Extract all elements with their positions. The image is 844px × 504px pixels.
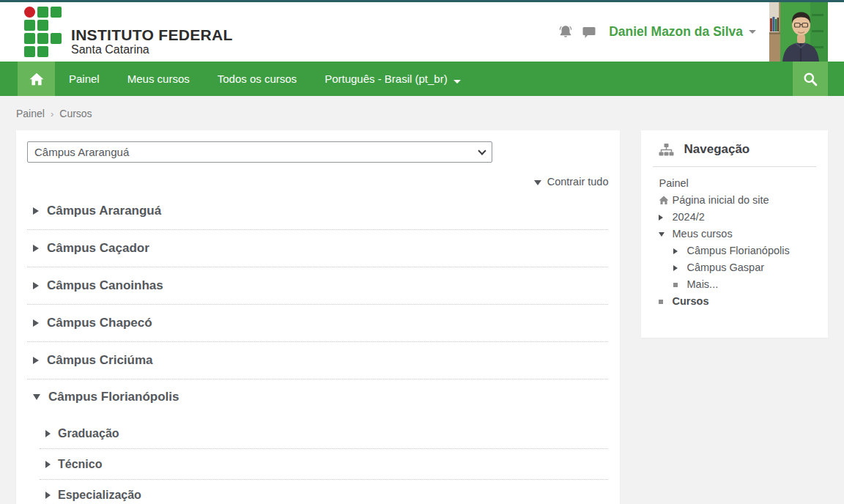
triangle-right-icon [33,319,39,327]
brand-subtitle: Santa Catarina [71,43,233,56]
subcategory-title: Graduação [58,427,119,440]
navigation-tree: PainelPágina inicial do site2024/2Meus c… [641,175,828,310]
category-campus-canoinhas[interactable]: Câmpus Canoinhas [27,267,608,305]
triangle-right-icon [33,207,39,215]
square-bullet-icon [659,300,672,304]
category-select[interactable]: Câmpus Araranguá [27,141,492,163]
tree-item-label: Meus cursos [672,226,732,242]
category-campus-chapeco[interactable]: Câmpus Chapecó [27,305,608,342]
brand-name: INSTITUTO FEDERAL [71,27,233,43]
subcategory-title: Técnico [58,458,102,471]
tree-item-painel[interactable]: Painel [659,175,821,192]
category-title: Câmpus Criciúma [47,353,153,368]
category-title: Câmpus Caçador [47,241,149,256]
sitemap-icon [659,144,674,156]
triangle-right-icon [45,492,51,499]
tree-item-label: Painel [659,175,688,192]
breadcrumb: Painel›Cursos [16,108,828,119]
caret-down-icon[interactable] [749,30,756,34]
courses-panel: Câmpus Araranguá Contrair tudo Câmpus Ar… [16,130,620,504]
triangle-right-icon [673,248,686,254]
subcategory-especializacao[interactable]: Especialização [40,480,608,504]
category-title: Câmpus Chapecó [47,316,152,330]
avatar[interactable] [769,2,828,62]
navigation-title: Navegação [684,142,749,157]
triangle-right-icon [33,357,39,364]
nav-item-todos-os-cursos[interactable]: Todos os cursos [204,62,311,96]
triangle-right-icon [45,430,51,437]
subcategory-list: GraduaçãoTécnicoEspecialização [40,418,608,504]
category-campus-florianopolis[interactable]: Câmpus Florianópolis [27,379,608,415]
tree-item-label: Página inicial do site [672,192,769,209]
caret-down-icon [454,80,461,84]
category-campus-ararangua[interactable]: Câmpus Araranguá [27,193,608,230]
tree-item-label: Câmpus Florianópolis [686,242,789,259]
triangle-right-icon [673,265,686,271]
ifsc-logo-icon [24,7,62,57]
user-menu[interactable]: Daniel Mazon da Silva [609,24,743,40]
search-button[interactable] [793,62,828,96]
subcategory-graduacao[interactable]: Graduação [40,418,608,449]
logo-dot [24,7,35,18]
bell-icon[interactable] [558,24,574,40]
collapse-all-row: Contrair tudo [27,176,608,188]
nav-item-painel[interactable]: Painel [55,62,114,96]
home-icon [29,73,44,86]
category-title: Câmpus Florianópolis [48,390,179,404]
messages-icon[interactable] [581,24,597,40]
tree-item-cursos[interactable]: Cursos [659,293,821,310]
brand-text: INSTITUTO FEDERAL Santa Catarina [71,27,233,56]
triangle-down-icon [33,394,40,400]
breadcrumb-item-cursos: Cursos [59,108,92,119]
tree-item-campus-gaspar[interactable]: Câmpus Gaspar [659,259,821,276]
site-header: INSTITUTO FEDERAL Santa Catarina Daniel … [0,2,844,62]
tree-item-label: Mais... [686,276,718,293]
home-button[interactable] [18,62,55,96]
home-icon [659,196,672,205]
triangle-right-icon [45,461,51,468]
category-list: Câmpus AraranguáCâmpus CaçadorCâmpus Can… [27,193,608,504]
triangle-right-icon [33,282,39,289]
category-campus-criciuma[interactable]: Câmpus Criciúma [27,342,608,379]
navigation-block: Navegação PainelPágina inicial do site20… [641,130,828,338]
divider [653,166,816,167]
navbar-menu: PainelMeus cursosTodos os cursosPortuguê… [55,62,475,96]
tree-item-2024-2[interactable]: 2024/2 [659,209,821,226]
subcategory-title: Especialização [58,489,141,502]
triangle-right-icon [659,215,672,220]
brand-logo[interactable]: INSTITUTO FEDERAL Santa Catarina [24,7,233,57]
collapse-all-label: Contrair tudo [547,176,609,188]
main-navbar: PainelMeus cursosTodos os cursosPortuguê… [0,62,844,96]
tree-item-campus-florianopolis[interactable]: Câmpus Florianópolis [659,242,821,259]
category-title: Câmpus Canoinhas [47,278,163,293]
category-title: Câmpus Araranguá [47,204,161,218]
user-area: Daniel Mazon da Silva [558,2,844,62]
category-select-wrap: Câmpus Araranguá [27,141,492,163]
tree-item-mais[interactable]: Mais... [659,276,821,293]
category-campus-cacador[interactable]: Câmpus Caçador [27,230,608,267]
nav-item-meus-cursos[interactable]: Meus cursos [114,62,204,96]
search-icon [802,71,818,87]
tree-item-meus-cursos[interactable]: Meus cursos [659,226,821,242]
tree-item-pagina-inicial-do-site[interactable]: Página inicial do site [659,192,821,209]
tree-item-label: 2024/2 [672,209,704,226]
triangle-right-icon [33,245,39,252]
subcategory-tecnico[interactable]: Técnico [40,449,608,480]
collapse-all-link[interactable]: Contrair tudo [534,176,609,188]
breadcrumb-separator: › [45,108,59,119]
breadcrumb-item-painel[interactable]: Painel [16,108,45,119]
triangle-down-icon [659,232,672,237]
triangle-down-icon [534,180,541,185]
navigation-header: Navegação [641,142,828,157]
tree-item-label: Câmpus Gaspar [686,259,764,276]
content-area: Câmpus Araranguá Contrair tudo Câmpus Ar… [0,130,844,504]
nav-item-portugues-brasil-pt-br[interactable]: Português - Brasil (pt_br) [311,62,475,96]
square-bullet-icon [673,283,686,287]
tree-item-label: Cursos [672,293,708,310]
